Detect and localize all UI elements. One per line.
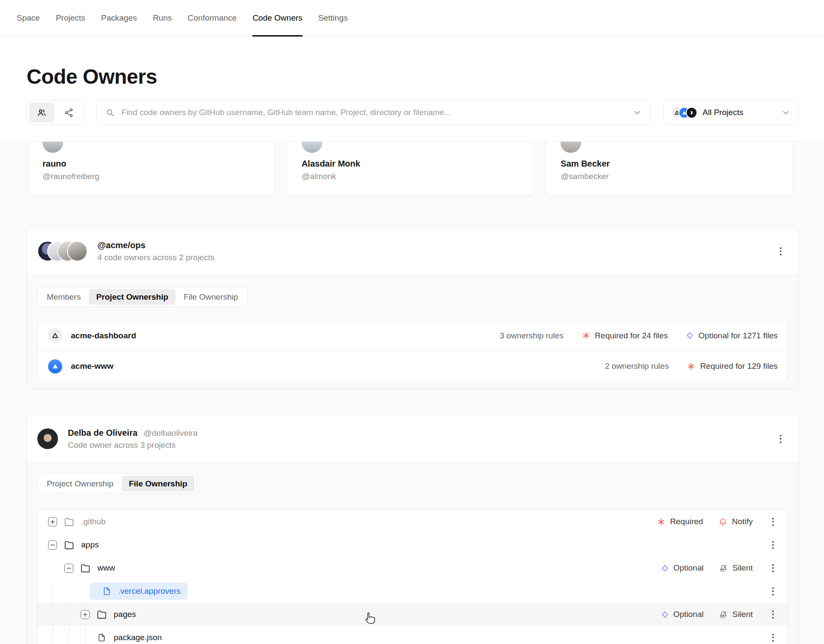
- minus-box-icon[interactable]: [48, 541, 57, 550]
- chevron-down-icon[interactable]: [633, 108, 642, 117]
- project-ownership-table: acme-dashboard 3 ownership rules Require…: [37, 320, 788, 382]
- tree-row[interactable]: package.json: [38, 626, 788, 644]
- owner-card[interactable]: Alasdair Monk @almonk: [287, 142, 534, 196]
- kebab-menu-icon[interactable]: [776, 428, 785, 449]
- diamond-icon: [686, 331, 694, 340]
- nav-tab-settings[interactable]: Settings: [318, 0, 348, 36]
- tree-row[interactable]: .github Required Notify: [38, 510, 788, 533]
- tree-item-name: package.json: [114, 633, 162, 642]
- folder-icon: [96, 609, 108, 620]
- team-card: @acme/ops 4 code owners across 2 project…: [27, 227, 799, 389]
- asterisk-icon: [687, 362, 696, 371]
- view-toggle-group: [27, 100, 84, 125]
- team-member-avatars: [37, 241, 88, 261]
- project-filter-label: All Projects: [703, 108, 743, 117]
- owner-name: Sam Becker: [560, 159, 793, 169]
- indent-guide: [53, 580, 53, 644]
- nav-tab-code-owners[interactable]: Code Owners: [252, 0, 302, 36]
- tree-item-name: apps: [81, 540, 99, 550]
- optional-badge: Optional: [661, 563, 704, 573]
- search-icon: [105, 108, 115, 118]
- indent-guide: [85, 603, 86, 644]
- project-filter-select[interactable]: All Projects: [663, 100, 799, 125]
- tree-row[interactable]: apps: [38, 533, 788, 556]
- selected-file-pill[interactable]: .vercel.approvers: [90, 583, 188, 600]
- team-card-header: @acme/ops 4 code owners across 2 project…: [27, 228, 798, 275]
- kebab-menu-icon[interactable]: [768, 562, 778, 574]
- diamond-icon: [661, 564, 669, 572]
- file-icon: [101, 586, 113, 596]
- chevron-down-icon: [781, 108, 791, 117]
- folder-icon: [63, 516, 75, 527]
- file-ownership-tree: .github Required Notify apps www Optiona…: [37, 510, 788, 644]
- graph-view-toggle[interactable]: [56, 103, 82, 122]
- kebab-menu-icon[interactable]: [776, 241, 785, 261]
- table-row[interactable]: acme-dashboard 3 ownership rules Require…: [38, 320, 788, 351]
- notify-badge: Notify: [718, 517, 753, 526]
- kebab-menu-icon[interactable]: [768, 608, 778, 621]
- tab-project-ownership[interactable]: Project Ownership: [39, 476, 121, 492]
- tree-item-name: .github: [81, 517, 106, 526]
- person-card-body: Project OwnershipFile Ownership .github …: [27, 462, 798, 644]
- asterisk-icon: [657, 517, 666, 526]
- plus-box-icon[interactable]: [48, 517, 57, 526]
- person-name: Delba de Oliveira: [68, 428, 137, 438]
- kebab-menu-icon[interactable]: [768, 631, 778, 644]
- table-row[interactable]: acme-www 2 ownership rules Required for …: [38, 351, 788, 381]
- kebab-menu-icon[interactable]: [768, 515, 778, 528]
- search-box: [96, 100, 651, 125]
- share-graph-icon: [64, 108, 74, 118]
- silent-badge: Silent: [719, 610, 753, 619]
- diamond-icon: [661, 611, 669, 619]
- tab-file-ownership[interactable]: File Ownership: [121, 476, 194, 492]
- triangle-logo-icon: [48, 359, 62, 374]
- kebab-menu-icon[interactable]: [768, 585, 778, 598]
- required-badge: Required: [657, 517, 703, 526]
- nav-tab-runs[interactable]: Runs: [153, 0, 172, 36]
- kebab-menu-icon[interactable]: [768, 538, 778, 551]
- people-view-toggle[interactable]: [29, 103, 55, 122]
- tree-row[interactable]: www Optional Silent: [38, 556, 788, 580]
- tab-file-ownership[interactable]: File Ownership: [176, 289, 245, 305]
- badge-label: Optional for 1271 files: [698, 331, 778, 340]
- badge-label: Optional: [673, 563, 704, 573]
- nav-tab-packages[interactable]: Packages: [101, 0, 137, 36]
- top-nav: SpaceProjectsPackagesRunsConformanceCode…: [0, 0, 824, 36]
- ownership-rules-count: 3 ownership rules: [500, 331, 563, 340]
- required-badge: Required for 129 files: [687, 361, 778, 371]
- project-name: acme-dashboard: [71, 331, 136, 340]
- owner-name: rauno: [42, 159, 275, 169]
- tree-row[interactable]: .vercel.approvers: [38, 580, 788, 603]
- owner-username: @raunofreiberg: [42, 172, 275, 181]
- tree-item-name: www: [97, 563, 115, 573]
- bell-slash-icon: [719, 564, 728, 573]
- bell-slash-icon: [719, 610, 728, 619]
- nav-tab-conformance[interactable]: Conformance: [188, 0, 236, 36]
- owner-username: @almonk: [302, 172, 534, 181]
- search-input[interactable]: [121, 108, 626, 117]
- badge-label: Required for 129 files: [700, 361, 778, 371]
- tree-row[interactable]: pages Optional Silent: [38, 603, 788, 626]
- tab-members[interactable]: Members: [39, 289, 88, 305]
- silent-badge: Silent: [719, 563, 753, 573]
- sticky-header: SpaceProjectsPackagesRunsConformanceCode…: [0, 0, 824, 142]
- owner-card[interactable]: Sam Becker @sambecker: [545, 142, 793, 196]
- team-card-body: MembersProject OwnershipFile Ownership a…: [27, 275, 798, 389]
- team-subtitle: 4 code owners across 2 projects: [97, 253, 214, 262]
- page-title: Code Owners: [27, 65, 824, 88]
- required-badge: Required for 24 files: [582, 331, 668, 340]
- indent-guide: [69, 603, 70, 644]
- owner-card[interactable]: rauno @raunofreiberg: [27, 142, 275, 196]
- asterisk-icon: [582, 331, 591, 340]
- nav-tab-space[interactable]: Space: [17, 0, 40, 36]
- minus-box-icon[interactable]: [64, 564, 73, 573]
- badge-label: Required: [670, 517, 703, 526]
- team-name: @acme/ops: [97, 240, 214, 250]
- badge-label: Notify: [732, 517, 753, 526]
- tab-project-ownership[interactable]: Project Ownership: [89, 289, 176, 305]
- person-username: @delbaoliveira: [143, 428, 197, 438]
- tree-item-name: .vercel.approvers: [118, 586, 181, 596]
- badge-label: Required for 24 files: [595, 331, 668, 340]
- folder-icon: [63, 539, 75, 550]
- nav-tab-projects[interactable]: Projects: [56, 0, 85, 36]
